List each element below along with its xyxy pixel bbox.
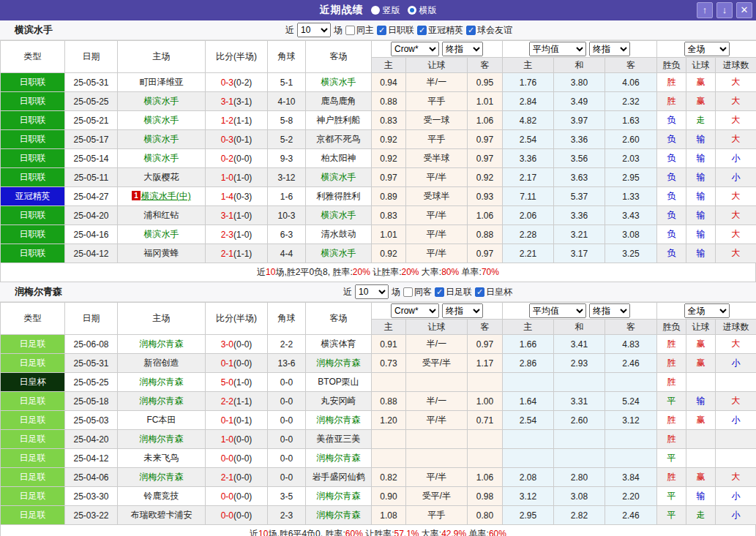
team-label: 横滨水手 [144,96,179,106]
avg-away: 2.03 [605,149,657,168]
corners-cell: 2-3 [268,506,306,525]
summary-segment: 近 [257,267,266,277]
sub-column-header: 进球数 [716,320,756,335]
filter-checkbox[interactable]: 日足联 [435,286,472,298]
odds-away: 0.98 [468,487,503,506]
final-odds-select-2[interactable]: 终指 [589,303,630,318]
halftime-score: (1-1) [233,396,252,407]
odds-source-group: Crow*终指 [372,41,503,58]
away-team-cell: 京都不死鸟 [306,130,372,149]
league-type-cell: 日职联 [1,73,65,92]
odds-handicap: 半/一 [406,335,468,354]
arrow-up-icon: ↑ [703,4,708,15]
halftime-score: (0-0) [233,491,252,502]
column-header: 日期 [65,303,118,335]
column-header: 比分(半场) [206,303,268,335]
layout-radio-vertical[interactable]: 竖版 [371,4,400,17]
filter-checkbox-label: 球会友谊 [477,24,512,37]
corners-cell: 3-5 [268,487,306,506]
summary-segment: 20% [353,267,370,277]
date-cell: 25-05-25 [65,373,118,392]
filter-checkbox[interactable]: 亚冠精英 [417,24,463,37]
avg-away: 2.60 [605,130,657,149]
date-cell: 25-05-25 [65,92,118,111]
avg-home: 2.86 [503,354,554,373]
scope-select[interactable]: 全场 [684,42,730,56]
avg-home: 2.54 [503,411,554,430]
layout-radio-horizontal[interactable]: 横版 [408,4,437,17]
team-label: 横滨水手 [321,172,356,182]
summary-segment: 60% [345,529,363,536]
odds-handicap: 平手 [406,92,468,111]
average-select[interactable]: 平均值 [529,303,586,318]
recent-results-panel: 近期战绩 竖版 横版 ↑ ↓ ✕ 横滨水手近10场同主日职联亚冠精英球会友谊类型… [0,0,756,536]
fulltime-score: 2-1 [221,472,233,483]
date-cell: 25-05-14 [65,149,118,168]
avg-away: 3.12 [605,411,657,430]
final-odds-select[interactable]: 终指 [442,42,483,56]
match-row: 日足联25-03-22布瑞欧碧卡浦安0-0(0-0)2-3润梅尔青森1.08平手… [1,506,756,525]
fulltime-score: 1-2 [221,116,233,126]
match-row: 日足联25-05-31新宿创造0-1(0-0)13-6润梅尔青森0.73受平/半… [1,354,756,373]
team-label[interactable]: 横滨水手(中) [141,191,191,201]
avg-away: 3.25 [605,244,657,263]
avg-draw: 5.37 [554,187,605,206]
sections-container: 横滨水手近10场同主日职联亚冠精英球会友谊类型日期主场比分(半场)角球客场Cro… [0,20,756,536]
close-icon: ✕ [741,4,749,15]
avg-draw: 3.31 [554,392,605,411]
odds-home: 0.90 [372,487,406,506]
league-type-cell: 日足联 [1,411,65,430]
home-team-cell: 福冈黄蜂 [118,244,206,263]
away-team-cell: 横滨水手 [306,168,372,187]
match-count-select[interactable]: 10 [355,284,389,299]
halftime-score: (1-1) [233,249,252,259]
column-header: 主场 [118,303,206,335]
result-outcome: 负 [657,168,686,187]
final-odds-select-2[interactable]: 终指 [589,42,630,56]
move-up-button[interactable]: ↑ [697,2,713,18]
move-down-button[interactable]: ↓ [716,2,733,18]
sub-column-header: 主 [372,58,406,73]
team-label: 横滨水手 [321,77,356,87]
filter-checkbox[interactable]: 同客 [403,286,432,298]
result-outcome: 负 [657,244,686,263]
average-select[interactable]: 平均值 [529,42,586,56]
corners-cell: 4-10 [268,92,306,111]
score-cell: 3-1(3-1) [206,92,268,111]
odds-source-select[interactable]: Crow* [391,303,439,318]
result-handicap [686,449,716,468]
away-team-cell: 利雅得胜利 [306,187,372,206]
result-outcome: 胜 [657,430,686,449]
home-team-cell: 润梅尔青森 [118,430,206,449]
summary-segment: 70% [482,267,499,277]
match-count-select[interactable]: 10 [297,23,331,37]
column-header: 类型 [1,41,65,73]
team-label: 未来飞鸟 [144,453,179,463]
team-label: 岩手盛冈仙鹤 [312,472,365,482]
final-odds-select[interactable]: 终指 [442,303,483,318]
filter-checkbox[interactable]: 球会友谊 [466,24,512,37]
away-team-cell: 岩手盛冈仙鹤 [306,468,372,487]
filter-checkbox[interactable]: 同主 [345,24,374,37]
result-handicap: 输 [686,206,716,225]
away-team-cell: 丸安冈崎 [306,392,372,411]
close-button[interactable]: ✕ [736,2,752,18]
home-team-cell: 润梅尔青森 [118,335,206,354]
halftime-score: (0-0) [233,154,252,164]
odds-source-select[interactable]: Crow* [391,42,439,56]
score-cell: 0-1(0-0) [206,354,268,373]
odds-handicap: 受平/半 [406,487,468,506]
date-cell: 25-04-06 [65,468,118,487]
fulltime-score: 2-2 [221,396,233,407]
filter-checkbox[interactable]: 日皇杯 [475,286,512,298]
filter-checkbox[interactable]: 日职联 [377,24,414,37]
result-handicap: 赢 [686,354,716,373]
summary-segment: 近 [250,529,258,536]
column-header: 主场 [118,41,206,73]
filters: 近10场同客日足联日皇杯 [343,284,512,299]
team-section: 润梅尔青森近10场同客日足联日皇杯类型日期主场比分(半场)角球客场Crow*终指… [0,282,756,536]
match-row: 日职联25-05-11大阪樱花1-0(1-0)3-12横滨水手0.97平/半0.… [1,168,756,187]
column-header: 客场 [306,41,372,73]
scope-select[interactable]: 全场 [684,303,730,318]
odds-home: 1.01 [372,225,406,244]
